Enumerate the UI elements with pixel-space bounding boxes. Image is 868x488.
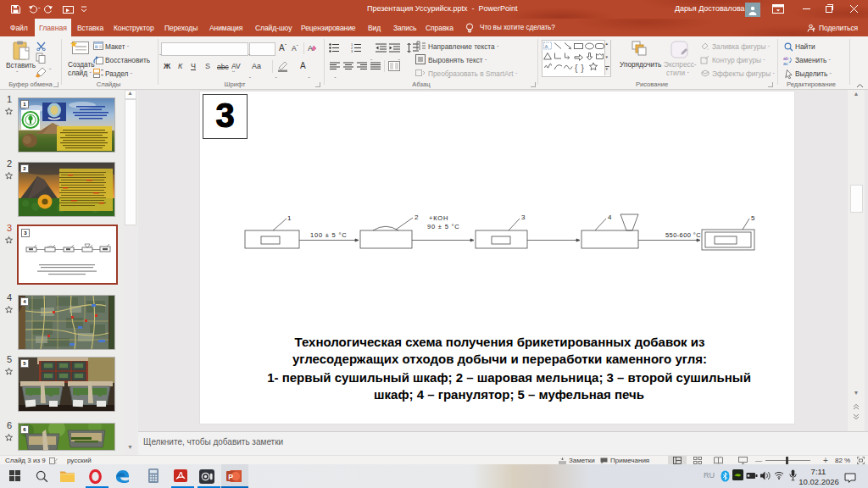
svg-text:90 ± 5 °С: 90 ± 5 °С — [427, 223, 460, 230]
svg-text:{: { — [575, 64, 578, 73]
svg-text:3: 3 — [521, 214, 526, 221]
svg-text:3: 3 — [351, 49, 353, 53]
svg-text:550-600 °С: 550-600 °С — [665, 231, 701, 239]
svg-text:ˇ: ˇ — [38, 6, 41, 14]
svg-text:А: А — [308, 44, 313, 53]
svg-text:1: 1 — [287, 214, 292, 222]
svg-text:5: 5 — [751, 214, 755, 222]
svg-text:P: P — [228, 473, 233, 481]
svg-text:2: 2 — [415, 214, 419, 221]
svg-text:A: A — [545, 44, 548, 49]
svg-text:ac: ac — [783, 61, 788, 65]
svg-text:4: 4 — [608, 214, 612, 221]
svg-text:}: } — [581, 64, 585, 73]
svg-text:100 ± 5 °С: 100 ± 5 °С — [310, 231, 347, 239]
svg-text:+КОН: +КОН — [429, 214, 448, 222]
